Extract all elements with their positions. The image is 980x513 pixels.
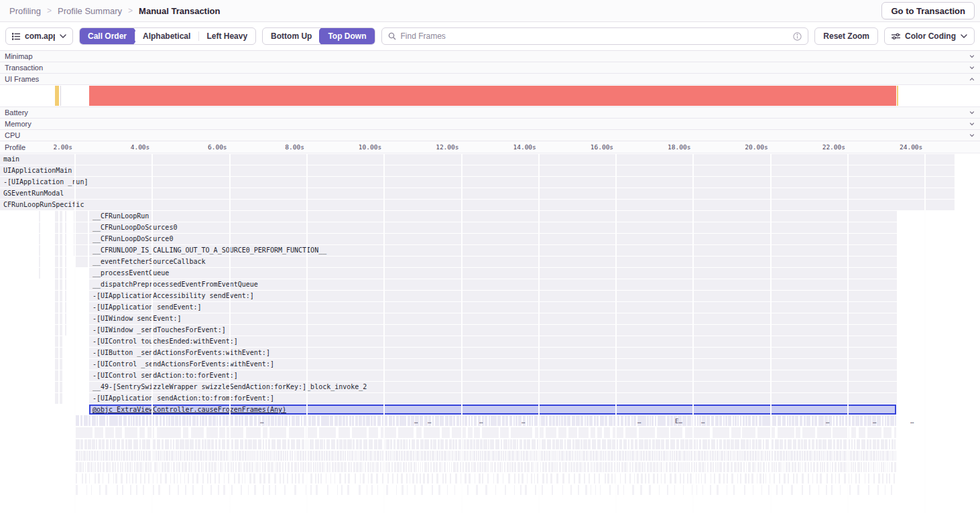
flame-frame-sliver bbox=[275, 415, 277, 426]
sort-left-heavy-button[interactable]: Left Heavy bbox=[198, 27, 255, 45]
reset-zoom-button[interactable]: Reset Zoom bbox=[814, 27, 878, 45]
section-ui-frames[interactable]: UI Frames bbox=[0, 74, 980, 85]
flame-dense-row[interactable] bbox=[0, 427, 980, 438]
breadcrumb-profile-summary[interactable]: Profile Summary bbox=[58, 6, 122, 16]
flame-frame-sliver[interactable] bbox=[65, 211, 66, 336]
flame-frame-selected[interactable]: @objc ExtraViewController.causeFrozenFra… bbox=[89, 405, 896, 415]
flame-frame[interactable]: -[UIApplication sendEvent:] bbox=[89, 302, 897, 313]
flame-frame-sliver bbox=[282, 462, 284, 472]
flame-frame[interactable]: __49-[SentrySwizzleWrapper swizzleSendAc… bbox=[89, 382, 897, 392]
flame-frame-sliver bbox=[198, 462, 200, 472]
top-down-button[interactable]: Top Down bbox=[319, 27, 375, 45]
flame-frame[interactable] bbox=[76, 211, 88, 222]
flame-frame[interactable]: -[UIApplication _run] bbox=[0, 177, 955, 188]
flame-frame[interactable]: -[UIWindow sendEvent:] bbox=[89, 313, 897, 324]
divider-bar[interactable] bbox=[60, 86, 61, 106]
flame-frame-sliver[interactable] bbox=[74, 211, 75, 256]
flame-frame[interactable]: __eventFetcherSourceCallback bbox=[89, 256, 897, 267]
flame-dense-row[interactable] bbox=[0, 451, 980, 461]
sort-call-order-button[interactable]: Call Order bbox=[79, 27, 135, 45]
flame-frame-sliver bbox=[264, 462, 265, 472]
flame-frame-sliver bbox=[694, 462, 695, 472]
thread-selector-dropdown[interactable]: com.apple.... bbox=[5, 27, 73, 45]
flame-frame-sliver bbox=[627, 415, 630, 426]
flame-frame-sliver bbox=[300, 462, 302, 472]
flame-dense-row[interactable] bbox=[0, 415, 980, 426]
flame-frame-sliver bbox=[574, 451, 575, 461]
search-input[interactable] bbox=[401, 31, 789, 41]
section-battery[interactable]: Battery bbox=[0, 107, 980, 119]
flame-frame-sliver bbox=[672, 451, 673, 461]
flame-dense-row[interactable] bbox=[0, 462, 980, 472]
flame-frame[interactable]: __CFRUNLOOP_IS_CALLING_OUT_TO_A_SOURCE0_… bbox=[89, 245, 897, 256]
flame-frame-sliver bbox=[511, 462, 513, 472]
flame-frame[interactable]: __dispatchPreprocessedEventFromEventQueu… bbox=[89, 279, 897, 290]
flame-frame[interactable]: __CFRunLoopDoSource0 bbox=[89, 234, 897, 244]
flame-frame-sliver[interactable] bbox=[55, 211, 58, 404]
flame-frame-sliver bbox=[394, 462, 395, 472]
flame-frame-sliver bbox=[141, 451, 143, 461]
flame-frame-sliver bbox=[136, 485, 137, 495]
flame-frame-sliver bbox=[507, 451, 508, 461]
breadcrumb-profiling[interactable]: Profiling bbox=[9, 6, 41, 16]
flame-frame[interactable]: -[UIButton _sendActionsForEvents:withEve… bbox=[89, 348, 897, 358]
info-icon[interactable] bbox=[793, 32, 802, 41]
flame-frame-sliver bbox=[441, 451, 443, 461]
flame-frame[interactable] bbox=[76, 234, 88, 244]
flame-frame[interactable] bbox=[76, 222, 88, 233]
flame-frame-sliver bbox=[774, 462, 774, 472]
section-profile[interactable]: Profile 2.00s4.00s6.00s8.00s10.00s12.00s… bbox=[0, 141, 980, 153]
flame-frame-sliver bbox=[711, 473, 712, 484]
flamegraph-canvas[interactable]: mainUIApplicationMain-[UIApplication _ru… bbox=[0, 153, 980, 513]
flame-dense-row[interactable] bbox=[0, 473, 980, 484]
flame-dense-row[interactable] bbox=[0, 439, 980, 449]
flame-frame[interactable] bbox=[76, 256, 88, 267]
flame-frame[interactable]: -[UIControl sendAction:to:forEvent:] bbox=[89, 370, 897, 381]
section-cpu[interactable]: CPU bbox=[0, 130, 980, 141]
flame-frame-sliver bbox=[315, 462, 316, 472]
flame-frame-sliver bbox=[184, 451, 186, 461]
flame-frame[interactable]: -[UIControl touchesEnded:withEvent:] bbox=[89, 336, 897, 347]
flame-frame[interactable]: __CFRunLoopDoSources0 bbox=[89, 222, 897, 233]
flame-frame-sliver bbox=[115, 462, 116, 472]
flame-frame-sliver bbox=[408, 462, 410, 472]
bottom-up-button[interactable]: Bottom Up bbox=[263, 27, 320, 45]
frozen-frame-bar[interactable] bbox=[89, 86, 896, 106]
flame-frame[interactable]: -[UIApplicationAccessibility sendEvent:] bbox=[89, 291, 897, 301]
flame-frame-sliver bbox=[409, 439, 411, 449]
flame-frame[interactable] bbox=[76, 245, 88, 256]
flame-frame-sliver bbox=[255, 462, 255, 472]
flame-frame-sliver bbox=[508, 473, 510, 484]
flame-frame-sliver bbox=[710, 485, 711, 495]
slow-frame-bar[interactable] bbox=[55, 86, 59, 106]
sort-alphabetical-button[interactable]: Alphabetical bbox=[135, 27, 198, 45]
flame-frame-sliver bbox=[744, 485, 745, 495]
flame-frame-sliver[interactable] bbox=[60, 211, 62, 404]
color-coding-dropdown[interactable]: Color Coding bbox=[884, 27, 975, 45]
section-memory[interactable]: Memory bbox=[0, 119, 980, 130]
flame-frame[interactable]: UIApplicationMain bbox=[0, 165, 955, 176]
go-to-transaction-button[interactable]: Go to Transaction bbox=[881, 2, 975, 19]
slow-frame-bar[interactable] bbox=[897, 86, 898, 106]
flame-frame-sliver bbox=[444, 462, 446, 472]
flame-frame[interactable]: -[UIApplication sendAction:to:from:forEv… bbox=[89, 393, 897, 404]
flame-frame-sliver bbox=[257, 451, 257, 461]
flame-frame[interactable]: main bbox=[0, 154, 955, 165]
flame-frame[interactable]: CFRunLoopRunSpecific bbox=[0, 200, 955, 210]
flame-frame[interactable]: -[UIControl _sendActionsForEvents:withEv… bbox=[89, 359, 897, 370]
flame-frame-sliver bbox=[275, 485, 276, 495]
flame-dense-row[interactable] bbox=[0, 485, 980, 495]
flame-frame-sliver bbox=[190, 439, 194, 449]
flame-frame-sliver bbox=[768, 462, 770, 472]
flame-frame-sliver bbox=[336, 439, 339, 449]
flame-frame-sliver[interactable] bbox=[39, 211, 40, 279]
section-transaction[interactable]: Transaction bbox=[0, 62, 980, 74]
flame-frame[interactable]: -[UIWindow _sendTouchesForEvent:] bbox=[89, 325, 897, 336]
section-minimap[interactable]: Minimap bbox=[0, 51, 980, 62]
flame-frame-sliver bbox=[460, 415, 464, 426]
ui-frames-track[interactable] bbox=[0, 85, 980, 107]
flame-frame[interactable]: GSEventRunModal bbox=[0, 188, 955, 199]
flame-frame-sliver bbox=[580, 439, 583, 449]
flame-frame[interactable]: __processEventQueue bbox=[89, 268, 897, 279]
flame-frame[interactable]: __CFRunLoopRun bbox=[89, 211, 897, 222]
